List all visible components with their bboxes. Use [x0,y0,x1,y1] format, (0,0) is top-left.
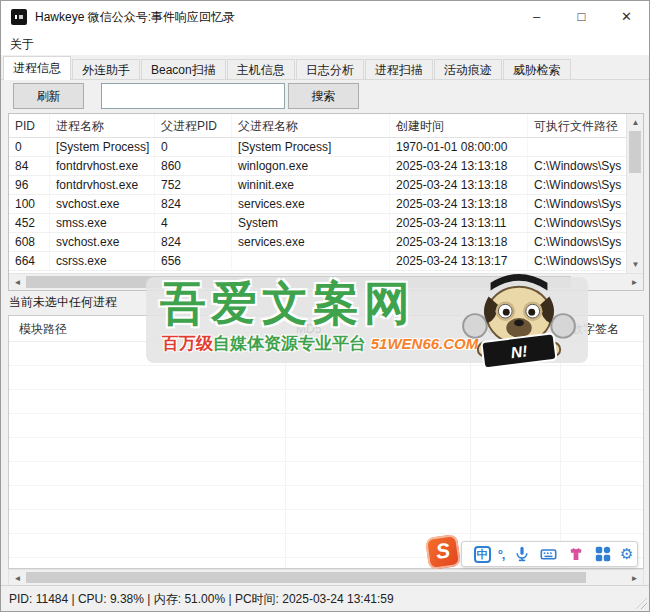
cell: 100 [9,195,50,213]
cell: 2025-03-24 13:13:18 [390,176,528,194]
maximize-button[interactable]: □ [559,1,604,33]
tab-beacon-scan[interactable]: Beacon扫描 [141,59,226,79]
cell: System [232,214,390,232]
cell: 1970-01-01 08:00:00 [390,138,528,156]
keyboard-icon[interactable] [539,544,559,564]
cell: 2025-03-24 13:13:17 [390,252,528,270]
pug-mascot-image: N! [444,271,594,373]
cell: csrss.exe [50,252,155,270]
table-row[interactable]: 452smss.exe4System2025-03-24 13:13:11C:\… [9,214,626,233]
cell: 608 [9,233,50,251]
cell [561,462,643,486]
process-table-content: PID 进程名称 父进程PID 父进程名称 创建时间 可执行文件路径 0[Sys… [9,114,626,273]
cell: [System Process] [50,138,155,156]
sogou-logo-icon[interactable]: S [425,534,461,570]
cell [471,486,561,510]
ime-toolbar: 中 °, ⚙ [461,541,638,567]
vertical-scrollbar[interactable]: ▲ ▼ [626,114,643,273]
table-row[interactable]: 0[System Process]0[System Process]1970-0… [9,138,626,157]
empty-row [9,438,643,462]
table-row[interactable]: 608svchost.exe824services.exe2025-03-24 … [9,233,626,252]
cell [232,252,390,270]
column-header[interactable]: 创建时间 [390,114,528,137]
refresh-button[interactable]: 刷新 [13,83,84,109]
table-row[interactable]: 84fontdrvhost.exe860winlogon.exe2025-03-… [9,157,626,176]
process-table-header: PID 进程名称 父进程PID 父进程名称 创建时间 可执行文件路径 [9,114,626,138]
close-button[interactable]: ✕ [604,1,649,33]
cell [528,138,626,156]
punctuation-icon[interactable]: °, [498,547,505,562]
table-row[interactable]: 100svchost.exe824services.exe2025-03-24 … [9,195,626,214]
cell [9,366,286,390]
search-button[interactable]: 搜索 [288,83,359,109]
chinese-mode-icon[interactable]: 中 [474,546,491,563]
cell [9,486,286,510]
selection-status: 当前未选中任何进程 [9,294,117,311]
scroll-down-icon[interactable]: ▼ [627,256,644,273]
cell: C:\Windows\Sys [528,252,626,270]
cell: svchost.exe [50,195,155,213]
cell [9,390,286,414]
tab-threat-search[interactable]: 威胁检索 [503,59,571,79]
tab-log-analysis[interactable]: 日志分析 [296,59,364,79]
microphone-icon[interactable] [512,544,532,564]
cell: smss.exe [50,214,155,232]
horizontal-scrollbar[interactable]: ◄ ► [8,569,644,586]
cell [9,462,286,486]
cell: svchost.exe [50,233,155,251]
menu-bar: 关于 [1,33,649,55]
cell [9,414,286,438]
resize-grip[interactable] [636,598,647,609]
cell: C:\Windows\Sys [528,176,626,194]
cell: wininit.exe [232,176,390,194]
settings-gear-icon[interactable]: ⚙ [620,545,633,563]
scroll-left-icon[interactable]: ◄ [9,274,26,291]
tab-host-info[interactable]: 主机信息 [227,59,295,79]
column-header[interactable]: 可执行文件路径 [528,114,626,137]
table-row[interactable]: 664csrss.exe6562025-03-24 13:13:17C:\Win… [9,252,626,271]
cell [561,438,643,462]
column-header[interactable]: 父进程名称 [232,114,390,137]
cell: services.exe [232,233,390,251]
scrollbar-thumb[interactable] [629,131,641,173]
column-header[interactable]: 进程名称 [50,114,155,137]
cell [471,390,561,414]
cell: 2025-03-24 13:13:18 [390,157,528,175]
cell [471,462,561,486]
cell [471,414,561,438]
cell: C:\Windows\Sys [528,195,626,213]
empty-row [9,462,643,486]
scrollbar-thumb[interactable] [26,572,586,583]
process-table: PID 进程名称 父进程PID 父进程名称 创建时间 可执行文件路径 0[Sys… [8,113,644,291]
tab-activity-traces[interactable]: 活动痕迹 [434,59,502,79]
status-bar: PID: 11484 | CPU: 9.38% | 内存: 51.00% | P… [1,585,649,611]
scroll-up-icon[interactable]: ▲ [627,114,644,131]
skin-icon[interactable] [566,544,586,564]
cell [561,414,643,438]
tab-outbound-helper[interactable]: 外连助手 [72,59,140,79]
cell: 0 [155,138,232,156]
minimize-button[interactable]: – [514,1,559,33]
watermark-title: 吾爱文案网 [160,273,415,335]
search-input[interactable] [101,83,285,109]
menu-item-about[interactable]: 关于 [1,33,43,55]
tab-process-info[interactable]: 进程信息 [3,56,71,80]
cell: 752 [155,176,232,194]
column-header[interactable]: PID [9,114,50,137]
cell [9,558,286,569]
table-row[interactable]: 96fontdrvhost.exe752wininit.exe2025-03-2… [9,176,626,195]
watermark-subtitle-main: 自媒体资源专业平台 [213,334,366,353]
column-header[interactable]: 父进程PID [155,114,232,137]
cell: fontdrvhost.exe [50,176,155,194]
empty-row [9,390,643,414]
cell: 0 [9,138,50,156]
app-window: Hawkeye 微信公众号:事件响应回忆录 – □ ✕ 关于 进程信息 外连助手… [0,0,650,612]
cell [286,390,471,414]
cell [286,510,471,534]
cell: 4 [155,214,232,232]
scroll-right-icon[interactable]: ► [626,274,643,291]
tab-process-scan[interactable]: 进程扫描 [365,59,433,79]
toolbox-icon[interactable] [593,544,613,564]
cell [9,510,286,534]
cell [9,438,286,462]
